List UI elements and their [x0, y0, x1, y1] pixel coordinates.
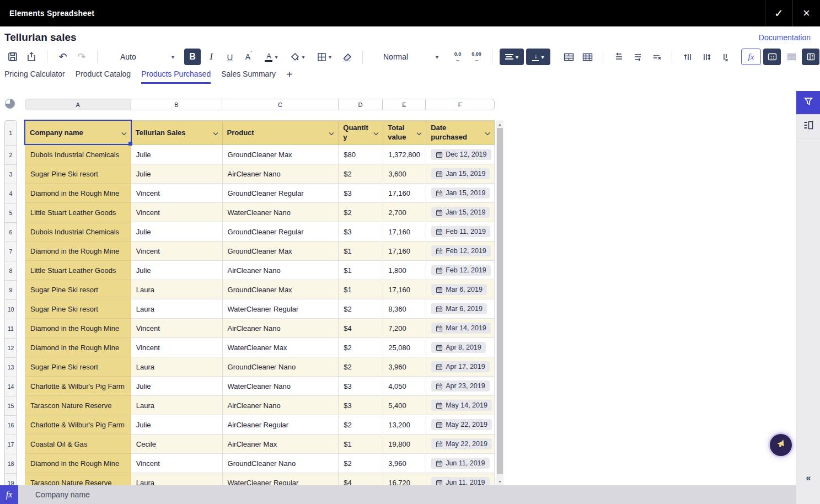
insert-column-right-button[interactable] [698, 49, 715, 65]
scroll-up-icon[interactable]: ▲ [496, 120, 503, 128]
cell-total-value[interactable]: 17,160 [383, 280, 426, 299]
cell-total-value[interactable]: 1,800 [383, 261, 426, 280]
sort-filter-chevron-icon[interactable] [373, 128, 379, 137]
merge-cells-button[interactable] [560, 49, 577, 65]
cell-quantity[interactable]: $4 [339, 473, 383, 485]
row-header-10[interactable]: 10 [5, 299, 17, 319]
date-pill[interactable]: Feb 12, 2019 [431, 245, 491, 256]
row-header-1[interactable]: 1 [5, 121, 17, 145]
increase-decimal-button[interactable]: 0.00→ [468, 49, 485, 65]
close-button[interactable]: × [792, 0, 820, 26]
cell-product[interactable]: WaterCleaner Max [223, 338, 339, 357]
cell-company-name[interactable]: Sugar Pine Ski resort [25, 299, 131, 319]
delete-column-button[interactable] [717, 49, 733, 65]
cell-quantity[interactable]: $2 [339, 415, 383, 435]
cell-product[interactable]: WaterCleaner Regular [223, 299, 339, 319]
row-header-4[interactable]: 4 [5, 184, 17, 203]
column-header-f[interactable]: F [426, 99, 494, 110]
cell-date-purchased[interactable]: Feb 11, 2019 [426, 222, 495, 242]
date-pill[interactable]: Mar 6, 2019 [431, 284, 487, 295]
cell-company-name[interactable]: Little Stuart Leather Goods [25, 261, 131, 280]
cell-quantity[interactable]: $3 [339, 184, 383, 203]
format-select[interactable]: Normal ▾ [383, 52, 438, 61]
cell-company-name[interactable]: Sugar Pine Ski resort [25, 357, 131, 377]
row-header-13[interactable]: 13 [5, 357, 17, 377]
date-pill[interactable]: Feb 12, 2019 [431, 265, 491, 276]
cell-date-purchased[interactable]: Apr 17, 2019 [426, 357, 495, 377]
header-cell-product[interactable]: Product [223, 121, 339, 145]
cell-total-value[interactable]: 8,360 [383, 299, 426, 319]
cell-tellurian-sales[interactable]: Julie [131, 164, 223, 184]
row-header-7[interactable]: 7 [5, 242, 17, 261]
horizontal-align-button[interactable]: ▾ [500, 49, 524, 65]
scrollbar-thumb[interactable] [497, 128, 503, 474]
fill-color-button[interactable]: ▾ [286, 49, 310, 65]
italic-button[interactable]: I [203, 49, 219, 65]
date-pill[interactable]: Jan 15, 2019 [431, 168, 490, 179]
cell-product[interactable]: GroundCleaner Max [223, 145, 339, 164]
cell-total-value[interactable]: 13,200 [383, 415, 426, 435]
cell-tellurian-sales[interactable]: Laura [131, 357, 223, 377]
cell-date-purchased[interactable]: Jan 15, 2019 [426, 184, 495, 203]
date-pill[interactable]: Mar 6, 2019 [431, 303, 487, 314]
collapse-sidebar-button[interactable]: « [796, 473, 820, 483]
cell-total-value[interactable]: 1,372,800 [383, 145, 426, 164]
scroll-down-icon[interactable]: ▼ [496, 478, 503, 485]
cell-total-value[interactable]: 25,080 [383, 338, 426, 357]
font-size-select[interactable]: Auto ▾ [120, 52, 174, 61]
insert-row-below-button[interactable] [629, 49, 646, 65]
row-header-11[interactable]: 11 [5, 319, 17, 338]
date-pill[interactable]: Apr 23, 2019 [431, 380, 490, 392]
cell-date-purchased[interactable]: Mar 14, 2019 [426, 319, 495, 338]
cell-company-name[interactable]: Charlotte & Wilbur's Pig Farm [25, 415, 131, 435]
delete-row-button[interactable] [648, 49, 664, 65]
header-cell-total-value[interactable]: Total value [383, 121, 426, 145]
tab-product-catalog[interactable]: Product Catalog [76, 68, 131, 84]
cell-product[interactable]: AirCleaner Nano [223, 164, 339, 184]
cell-product[interactable]: GroundCleaner Regular [223, 184, 339, 203]
cell-total-value[interactable]: 3,960 [383, 454, 426, 473]
cell-quantity[interactable]: $1 [339, 242, 383, 261]
cell-tellurian-sales[interactable]: Vincent [131, 184, 223, 203]
row-header-9[interactable]: 9 [5, 280, 17, 299]
cell-product[interactable]: AirCleaner Max [223, 435, 339, 454]
date-pill[interactable]: May 22, 2019 [431, 438, 492, 449]
row-header-2[interactable]: 2 [5, 145, 17, 164]
cell-product[interactable]: GroundCleaner Regular [223, 222, 339, 242]
column-header-a[interactable]: A [25, 99, 131, 110]
sort-filter-chevron-icon[interactable] [213, 128, 218, 137]
row-header-12[interactable]: 12 [5, 338, 17, 357]
cell-product[interactable]: GroundCleaner Max [223, 242, 339, 261]
announcements-button[interactable] [770, 434, 792, 456]
cell-date-purchased[interactable]: May 22, 2019 [426, 415, 495, 435]
cell-company-name[interactable]: Charlotte & Wilbur's Pig Farm [25, 377, 131, 396]
sort-filter-chevron-icon[interactable] [416, 128, 422, 137]
row-header-16[interactable]: 16 [5, 415, 17, 435]
vertical-scrollbar[interactable]: ▲ ▼ [496, 120, 503, 485]
decrease-decimal-button[interactable]: 0.0← [449, 49, 466, 65]
cell-tellurian-sales[interactable]: Vincent [131, 338, 223, 357]
row-header-14[interactable]: 14 [5, 377, 17, 396]
cell-quantity[interactable]: $1 [339, 435, 383, 454]
formula-input[interactable]: Company name [18, 485, 796, 504]
cell-date-purchased[interactable]: Feb 12, 2019 [426, 261, 495, 280]
vertical-align-button[interactable]: ↓ ▾ [526, 49, 550, 65]
tab-pricing-calculator[interactable]: Pricing Calculator [4, 68, 65, 84]
cell-tellurian-sales[interactable]: Laura [131, 280, 223, 299]
row-header-5[interactable]: 5 [5, 203, 17, 222]
cell-quantity[interactable]: $4 [339, 319, 383, 338]
cell-tellurian-sales[interactable]: Vincent [131, 203, 223, 222]
cell-total-value[interactable]: 7,200 [383, 319, 426, 338]
cell-tellurian-sales[interactable]: Vincent [131, 454, 223, 473]
cell-product[interactable]: AirCleaner Nano [223, 319, 339, 338]
date-pill[interactable]: Jun 11, 2019 [431, 477, 489, 485]
cell-tellurian-sales[interactable]: Julie [131, 415, 223, 435]
cell-quantity[interactable]: $1 [339, 280, 383, 299]
cell-date-purchased[interactable]: Apr 8, 2019 [426, 338, 495, 357]
cell-date-purchased[interactable]: Mar 6, 2019 [426, 280, 495, 299]
cell-quantity[interactable]: $2 [339, 357, 383, 377]
cell-product[interactable]: AirCleaner Regular [223, 415, 339, 435]
column-header-c[interactable]: C [222, 99, 339, 110]
cell-quantity[interactable]: $2 [339, 454, 383, 473]
column-header-b[interactable]: B [131, 99, 223, 110]
